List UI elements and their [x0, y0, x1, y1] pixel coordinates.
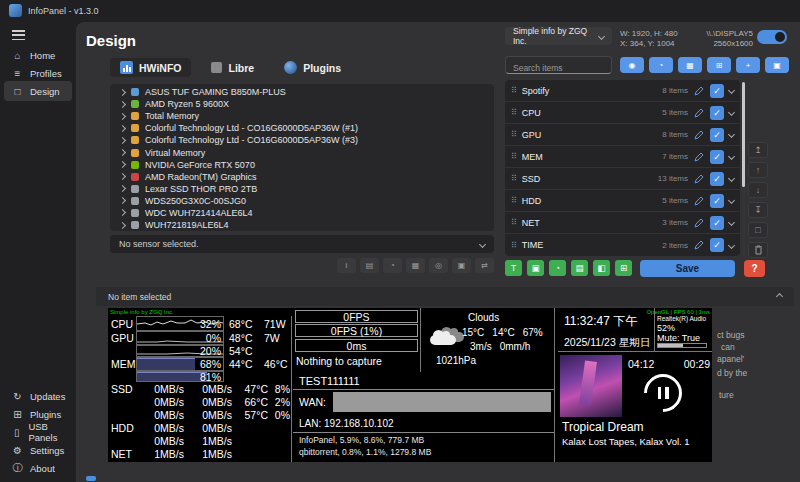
horizontal-scrollbar[interactable] [86, 476, 96, 481]
search-input[interactable] [506, 60, 611, 76]
chevron-down-icon[interactable] [728, 153, 735, 160]
tab-plugins[interactable]: Plugins [274, 58, 351, 77]
edit-icon[interactable] [693, 126, 705, 144]
drag-handle-icon[interactable]: ⠿ [511, 241, 517, 250]
visible-checkbox[interactable]: ✓ [710, 106, 724, 120]
edit-icon[interactable] [693, 170, 705, 188]
tree-row[interactable]: AMD Radeon(TM) Graphics [110, 171, 494, 183]
move-up-button[interactable]: ↑ [748, 162, 768, 178]
selection-bar[interactable]: No item selected [96, 287, 794, 306]
visible-checkbox[interactable]: ✓ [710, 128, 724, 142]
chevron-down-icon[interactable] [728, 87, 735, 94]
tab-hwinfo[interactable]: HWiNFO [110, 58, 191, 77]
edit-icon[interactable] [693, 148, 705, 166]
tree-row[interactable]: Colorful Technology Ltd - CO16G6000D5AP3… [110, 122, 494, 134]
image-item-button[interactable]: ▣ [452, 258, 471, 273]
sidebar-item-profiles[interactable]: ≡ Profiles [4, 63, 72, 83]
chevron-down-icon[interactable] [728, 241, 735, 248]
drag-handle-icon[interactable]: ⠿ [511, 86, 517, 95]
chevron-down-icon[interactable] [728, 219, 735, 226]
table-item-button[interactable]: ▤ [360, 258, 379, 273]
drag-handle-icon[interactable]: ⠿ [511, 130, 517, 139]
preview-button[interactable]: ◉ [620, 57, 644, 73]
drag-handle-icon[interactable]: ⠿ [511, 108, 517, 117]
drag-handle-icon[interactable]: ⠿ [511, 218, 517, 227]
nvidia-gpu-icon [131, 161, 139, 169]
add-grid-button[interactable]: ⊞ [615, 260, 632, 276]
sidebar-item-updates[interactable]: ↻ Updates [4, 386, 72, 406]
group-row-spotify[interactable]: ⠿ Spotify 8 items ✓ [505, 80, 740, 102]
add-shape-button[interactable]: ◧ [593, 260, 610, 276]
tree-row[interactable]: Virtual Memory [110, 146, 494, 158]
visible-checkbox[interactable]: ✓ [710, 150, 724, 164]
group-row-hdd[interactable]: ⠿ HDD 5 items ✓ [505, 190, 740, 212]
sensor-select-dropdown[interactable]: No sensor selected. [110, 235, 494, 253]
tree-row[interactable]: WDC WUH721414ALE6L4 [110, 207, 494, 219]
visible-checkbox[interactable]: ✓ [710, 84, 724, 98]
drag-handle-icon[interactable]: ⠿ [511, 174, 517, 183]
chevron-down-icon[interactable] [728, 175, 735, 182]
edit-icon[interactable] [693, 214, 705, 232]
tab-libre[interactable]: Libre [201, 58, 264, 77]
tree-row[interactable]: AMD Ryzen 5 9600X [110, 98, 494, 110]
move-to-top-button[interactable]: ↥ [748, 142, 768, 158]
add-item-button[interactable]: ⊞ [707, 57, 731, 73]
edit-icon[interactable] [693, 82, 705, 100]
donut-item-button[interactable]: ◎ [429, 258, 448, 273]
group-row-gpu[interactable]: ⠿ GPU 8 items ✓ [505, 124, 740, 146]
sidebar-item-design[interactable]: □ Design [4, 81, 72, 101]
tree-row[interactable]: Total Memory [110, 110, 494, 122]
add-table-button[interactable]: ▤ [571, 260, 588, 276]
sidebar-item-home[interactable]: ⌂ Home [4, 45, 72, 65]
group-row-time[interactable]: ⠿ TIME 2 items ✓ [505, 234, 740, 256]
add-image-button[interactable]: ▣ [527, 260, 544, 276]
gauge-item-button[interactable]: ◔ [383, 258, 402, 273]
export-button[interactable]: ▣ [765, 57, 789, 73]
sidebar-item-about[interactable]: ⓘ About [4, 458, 72, 478]
group-row-mem[interactable]: ⠿ MEM 7 items ✓ [505, 146, 740, 168]
chevron-down-icon[interactable] [728, 109, 735, 116]
visible-checkbox[interactable]: ✓ [710, 194, 724, 208]
group-row-net[interactable]: ⠿ NET 3 items ✓ [505, 212, 740, 234]
move-button[interactable]: + [736, 57, 760, 73]
grid-button[interactable]: ▦ [678, 57, 702, 73]
tree-row[interactable]: Colorful Technology Ltd - CO16G6000D5AP3… [110, 134, 494, 146]
display-toggle[interactable] [757, 30, 787, 44]
move-to-bottom-button[interactable]: ↧ [748, 202, 768, 218]
chevron-down-icon[interactable] [728, 197, 735, 204]
edit-icon[interactable] [693, 236, 705, 254]
groups-scrollbar[interactable] [742, 82, 745, 187]
save-button[interactable]: Save [640, 260, 735, 277]
duplicate-button[interactable]: □ [748, 222, 768, 238]
profile-dropdown[interactable]: Simple info by ZGQ Inc. [505, 27, 612, 45]
delete-button[interactable] [748, 242, 768, 258]
hamburger-menu-icon[interactable] [12, 30, 25, 40]
drag-handle-icon[interactable]: ⠿ [511, 152, 517, 161]
text-item-button[interactable]: i [337, 258, 356, 273]
move-down-button[interactable]: ↓ [748, 182, 768, 198]
sidebar-item-usb-panels[interactable]: ▯ USB Panels [4, 422, 72, 442]
help-button[interactable]: ? [744, 260, 765, 277]
collapse-chevron-icon[interactable] [776, 293, 783, 300]
tree-row[interactable]: WUH721819ALE6L4 [110, 219, 494, 231]
tree-row[interactable]: WDS250G3X0C-00SJG0 [110, 195, 494, 207]
tree-row[interactable]: ASUS TUF GAMING B850M-PLUS [110, 86, 494, 98]
clock-button[interactable]: ◔ [649, 57, 673, 73]
drag-handle-icon[interactable]: ⠿ [511, 196, 517, 205]
swap-item-button[interactable]: ⇄ [475, 258, 494, 273]
panel-preview[interactable]: Simple info by ZGQ Inc. OpenGL | FPS 60 … [108, 308, 712, 462]
sidebar-item-settings[interactable]: ⚙ Settings [4, 440, 72, 460]
group-row-ssd[interactable]: ⠿ SSD 13 items ✓ [505, 168, 740, 190]
add-clock-button[interactable]: ◔ [549, 260, 566, 276]
tree-row[interactable]: Lexar SSD THOR PRO 2TB [110, 183, 494, 195]
edit-icon[interactable] [693, 192, 705, 210]
tree-row[interactable]: NVIDIA GeForce RTX 5070 [110, 159, 494, 171]
visible-checkbox[interactable]: ✓ [710, 172, 724, 186]
group-row-cpu[interactable]: ⠿ CPU 5 items ✓ [505, 102, 740, 124]
chevron-down-icon[interactable] [728, 131, 735, 138]
add-text-button[interactable]: T [505, 260, 522, 276]
chart-item-button[interactable]: ▦ [406, 258, 425, 273]
edit-icon[interactable] [693, 104, 705, 122]
visible-checkbox[interactable]: ✓ [710, 216, 724, 230]
visible-checkbox[interactable]: ✓ [710, 238, 724, 252]
